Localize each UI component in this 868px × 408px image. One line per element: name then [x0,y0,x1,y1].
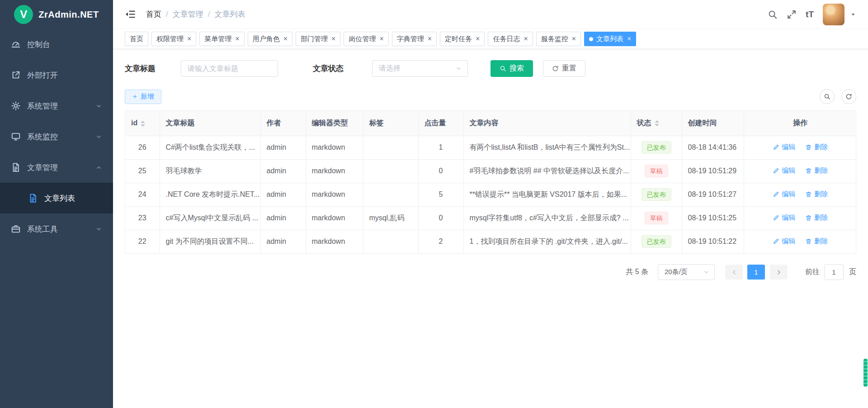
table-row: 24.NET Core 发布时提示.NET...adminmarkdown5**… [125,183,857,206]
edit-link[interactable]: 编辑 [773,213,795,222]
page-size-select[interactable]: 20条/页 [658,264,715,280]
fullscreen-icon[interactable] [787,9,797,19]
delete-icon [805,214,812,221]
cell-author: admin [260,183,306,206]
next-page-button[interactable] [770,265,788,280]
tab-label: 任务日志 [493,35,520,43]
tab-close-icon[interactable]: × [379,35,383,43]
avatar[interactable] [823,4,844,25]
tab[interactable]: 首页 [125,32,148,46]
sidebar-fold-icon[interactable] [125,9,136,20]
article-status-select[interactable]: 请选择 [372,60,468,77]
tab[interactable]: 权限管理× [151,32,196,46]
cell-created: 08-19 10:51:25 [682,206,744,230]
delete-link[interactable]: 删除 [805,190,828,199]
tab-close-icon[interactable]: × [283,35,288,43]
sidebar-item-external-open[interactable]: 外部打开 [0,60,113,90]
tab-label: 菜单管理 [204,35,231,43]
dashboard-icon [11,39,21,49]
page-size-value: 20条/页 [665,268,688,276]
chevron-down-icon[interactable] [850,11,856,18]
tab[interactable]: 用户角色× [248,32,292,46]
column-header-ops: 操作 [744,111,857,136]
breadcrumb-item[interactable]: 首页 [146,9,161,19]
font-size-icon[interactable]: tT [806,9,814,19]
tab[interactable]: 岗位管理× [344,32,388,46]
cell-tags [363,136,418,159]
tab-close-icon[interactable]: × [428,35,432,43]
sidebar-item-dashboard[interactable]: 控制台 [0,29,113,60]
reset-button[interactable]: 重置 [543,60,585,77]
sort-caret-icon[interactable] [141,121,145,127]
sort-caret-icon[interactable] [655,120,659,126]
column-header-status[interactable]: 状态 [631,111,682,136]
cell-id: 25 [125,159,160,183]
add-button[interactable]: 新增 [125,90,161,104]
tab-close-icon[interactable]: × [235,35,239,43]
current-page[interactable]: 1 [747,265,765,280]
search-icon [824,93,830,100]
sidebar-item-label: 文章列表 [44,193,75,204]
toggle-search-button[interactable] [820,89,835,104]
tab-close-icon[interactable]: × [572,35,576,43]
page-suffix: 页 [849,267,856,277]
sidebar-item-article-list[interactable]: 文章列表 [0,183,113,213]
tab[interactable]: 文章列表× [584,32,636,46]
edit-link[interactable]: 编辑 [773,237,795,246]
tab[interactable]: 字典管理× [392,32,437,46]
tab[interactable]: 服务监控× [536,32,581,46]
tab-close-icon[interactable]: × [331,35,335,43]
refresh-table-button[interactable] [841,89,856,104]
delete-link[interactable]: 删除 [805,143,828,152]
cell-editor: markdown [306,159,363,183]
edit-icon [773,214,779,221]
tab[interactable]: 任务日志× [488,32,533,46]
table-body: 26C#两个list集合实现关联，...adminmarkdown1有两个lis… [125,136,857,253]
chevron-left-icon [731,269,738,276]
prev-page-button[interactable] [725,265,743,280]
sidebar-item-article-management[interactable]: 文章管理 [0,152,113,183]
delete-link[interactable]: 删除 [805,166,828,175]
delete-link[interactable]: 删除 [805,213,828,222]
article-title-input[interactable] [181,60,278,77]
edit-link[interactable]: 编辑 [773,166,795,175]
breadcrumb-item: 文章列表 [214,9,245,19]
monitor-icon [11,132,21,142]
delete-link[interactable]: 删除 [805,237,828,246]
cell-status: 已发布 [631,230,682,253]
cell-clicks: 1 [418,136,463,159]
search-button[interactable]: 搜索 [491,60,533,77]
sidebar-item-system-tools[interactable]: 系统工具 [0,213,113,244]
active-tab-dot [589,37,593,41]
tab-label: 岗位管理 [349,35,376,43]
gear-icon [11,101,21,111]
cell-title: C#两个list集合实现关联，... [160,136,260,159]
tab-close-icon[interactable]: × [476,35,480,43]
edit-link[interactable]: 编辑 [773,143,795,152]
app-logo[interactable]: V ZrAdmin.NET [0,0,113,29]
search-icon[interactable] [768,9,778,19]
cell-author: admin [260,206,306,230]
sidebar-item-system-monitor[interactable]: 系统监控 [0,121,113,152]
cell-clicks: 2 [418,230,463,253]
tab-close-icon[interactable]: × [524,35,528,43]
cell-clicks: 0 [418,159,463,183]
tab[interactable]: 定时任务× [440,32,485,46]
pagination: 共 5 条 20条/页 1 前往 页 [125,264,856,280]
toolbar-right [820,89,856,104]
table-toolbar: 新增 [125,89,856,104]
tab-close-icon[interactable]: × [187,35,191,43]
edit-link[interactable]: 编辑 [773,190,795,199]
cell-status: 已发布 [631,183,682,206]
tab[interactable]: 部门管理× [296,32,340,46]
breadcrumb-item: 文章管理 [173,9,203,19]
status-badge: 草稿 [645,212,668,224]
column-header-title: 文章标题 [160,111,260,136]
goto-page-input[interactable] [824,264,844,280]
scrollbar-thumb[interactable] [863,359,868,387]
column-header-id[interactable]: id [125,111,160,136]
tab-label: 字典管理 [397,35,424,43]
sidebar-item-system-management[interactable]: 系统管理 [0,90,113,121]
tab[interactable]: 菜单管理× [199,32,244,46]
tab-close-icon[interactable]: × [627,35,631,43]
